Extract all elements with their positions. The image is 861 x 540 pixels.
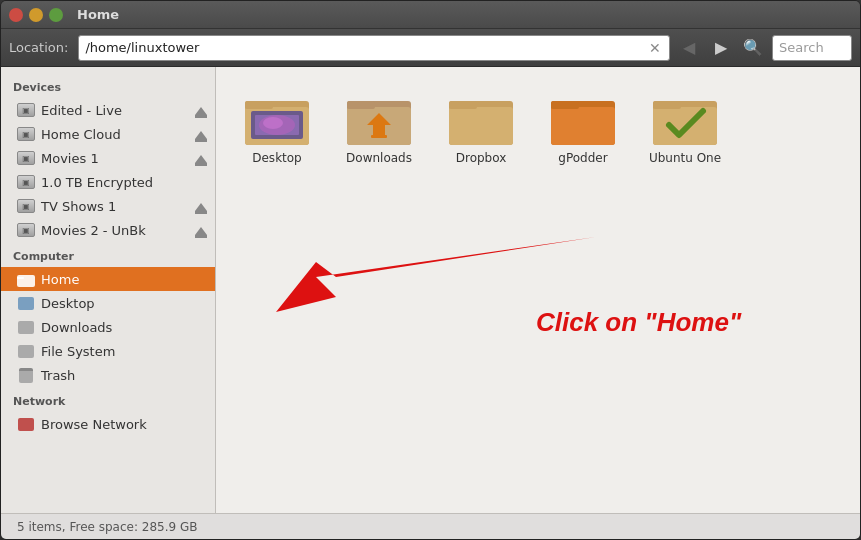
svg-rect-11 (347, 101, 375, 109)
sidebar-item-movies-1[interactable]: ▣ Movies 1 (1, 146, 215, 170)
downloads-folder-label: Downloads (346, 151, 412, 165)
dropbox-folder-icon-svg (449, 91, 513, 145)
downloads-folder-icon-svg (347, 91, 411, 145)
trash-icon (17, 366, 35, 384)
location-value: /home/linuxtower (85, 40, 647, 55)
gpodder-folder-label: gPodder (558, 151, 607, 165)
annotation-text: Click on "Home" (536, 307, 741, 338)
search-box[interactable]: Search (772, 35, 852, 61)
home-folder-icon (17, 270, 35, 288)
sidebar-label-desktop: Desktop (41, 296, 95, 311)
main-area: Devices ▣ Edited - Live ▣ Home Cloud ▣ (1, 67, 860, 513)
file-manager-window: Home Location: /home/linuxtower ✕ ◀ ▶ 🔍 … (0, 0, 861, 540)
sidebar-item-home[interactable]: Home (1, 267, 215, 291)
dropbox-folder-label: Dropbox (456, 151, 507, 165)
maximize-button[interactable] (49, 8, 63, 22)
sidebar-section-computer: Computer (1, 242, 215, 267)
eject-icon-edited-live[interactable] (195, 102, 207, 118)
svg-rect-19 (551, 101, 579, 109)
location-clear-button[interactable]: ✕ (647, 40, 663, 56)
sidebar-label-downloads: Downloads (41, 320, 112, 335)
sidebar-label-movies-2: Movies 2 - UnBk (41, 223, 146, 238)
sidebar-label-movies-1: Movies 1 (41, 151, 99, 166)
sidebar-item-encrypted[interactable]: ▣ 1.0 TB Encrypted (1, 170, 215, 194)
toolbar: Location: /home/linuxtower ✕ ◀ ▶ 🔍 Searc… (1, 29, 860, 67)
sidebar-label-home: Home (41, 272, 79, 287)
svg-rect-22 (653, 101, 681, 109)
sidebar-item-downloads[interactable]: Downloads (1, 315, 215, 339)
svg-point-8 (263, 117, 283, 129)
forward-button[interactable]: ▶ (708, 35, 734, 61)
sidebar-item-home-cloud[interactable]: ▣ Home Cloud (1, 122, 215, 146)
svg-rect-0 (17, 275, 35, 287)
gpodder-folder-item[interactable]: gPodder (538, 83, 628, 173)
sidebar-item-filesystem[interactable]: File System (1, 339, 215, 363)
location-bar[interactable]: /home/linuxtower ✕ (78, 35, 670, 61)
svg-rect-18 (551, 107, 615, 145)
sidebar-item-browse-network[interactable]: Browse Network (1, 412, 215, 436)
drive-icon-tv: ▣ (17, 197, 35, 215)
back-button[interactable]: ◀ (676, 35, 702, 61)
content-area: Desktop Downloads (216, 67, 860, 513)
sidebar: Devices ▣ Edited - Live ▣ Home Cloud ▣ (1, 67, 216, 513)
ubuntu-one-folder-label: Ubuntu One (649, 151, 721, 165)
eject-icon-home-cloud[interactable] (195, 126, 207, 142)
gpodder-folder-icon-svg (551, 91, 615, 145)
sidebar-item-edited-live[interactable]: ▣ Edited - Live (1, 98, 215, 122)
window-title: Home (77, 7, 119, 22)
sidebar-label-tv-shows: TV Shows 1 (41, 199, 116, 214)
svg-rect-13 (371, 135, 387, 138)
drive-icon-movies2: ▣ (17, 221, 35, 239)
titlebar: Home (1, 1, 860, 29)
minimize-button[interactable] (29, 8, 43, 22)
svg-rect-15 (449, 107, 513, 145)
svg-rect-1 (17, 277, 24, 279)
sidebar-label-edited-live: Edited - Live (41, 103, 122, 118)
sidebar-item-desktop[interactable]: Desktop (1, 291, 215, 315)
sidebar-item-movies-2[interactable]: ▣ Movies 2 - UnBk (1, 218, 215, 242)
sidebar-item-tv-shows[interactable]: ▣ TV Shows 1 (1, 194, 215, 218)
drive-icon-movies1: ▣ (17, 149, 35, 167)
drive-icon: ▣ (17, 101, 35, 119)
network-icon (17, 415, 35, 433)
sidebar-item-trash[interactable]: Trash (1, 363, 215, 387)
drive-icon-home-cloud: ▣ (17, 125, 35, 143)
downloads-folder-item[interactable]: Downloads (334, 83, 424, 173)
search-toggle-button[interactable]: 🔍 (740, 35, 766, 61)
dropbox-folder-item[interactable]: Dropbox (436, 83, 526, 173)
sidebar-label-browse-network: Browse Network (41, 417, 147, 432)
svg-marker-25 (276, 237, 596, 312)
sidebar-label-home-cloud: Home Cloud (41, 127, 121, 142)
svg-rect-16 (449, 101, 477, 109)
eject-icon-movies2[interactable] (195, 222, 207, 238)
eject-icon-tv[interactable] (195, 198, 207, 214)
statusbar-text: 5 items, Free space: 285.9 GB (17, 520, 197, 534)
ubuntu-one-folder-icon-svg (653, 91, 717, 145)
desktop-folder-item[interactable]: Desktop (232, 83, 322, 173)
sidebar-label-encrypted: 1.0 TB Encrypted (41, 175, 153, 190)
statusbar: 5 items, Free space: 285.9 GB (1, 513, 860, 539)
sidebar-section-network: Network (1, 387, 215, 412)
sidebar-section-devices: Devices (1, 73, 215, 98)
search-placeholder: Search (779, 40, 824, 55)
sidebar-label-filesystem: File System (41, 344, 115, 359)
filesystem-icon (17, 342, 35, 360)
downloads-folder-icon (17, 318, 35, 336)
drive-icon-encrypted: ▣ (17, 173, 35, 191)
ubuntu-one-folder-item[interactable]: Ubuntu One (640, 83, 730, 173)
eject-icon-movies1[interactable] (195, 150, 207, 166)
folder-grid: Desktop Downloads (232, 83, 844, 173)
desktop-folder-label: Desktop (252, 151, 302, 165)
desktop-folder-icon (17, 294, 35, 312)
svg-rect-4 (245, 101, 273, 109)
desktop-folder-icon-svg (245, 91, 309, 145)
close-button[interactable] (9, 8, 23, 22)
location-label: Location: (9, 40, 68, 55)
sidebar-label-trash: Trash (41, 368, 75, 383)
